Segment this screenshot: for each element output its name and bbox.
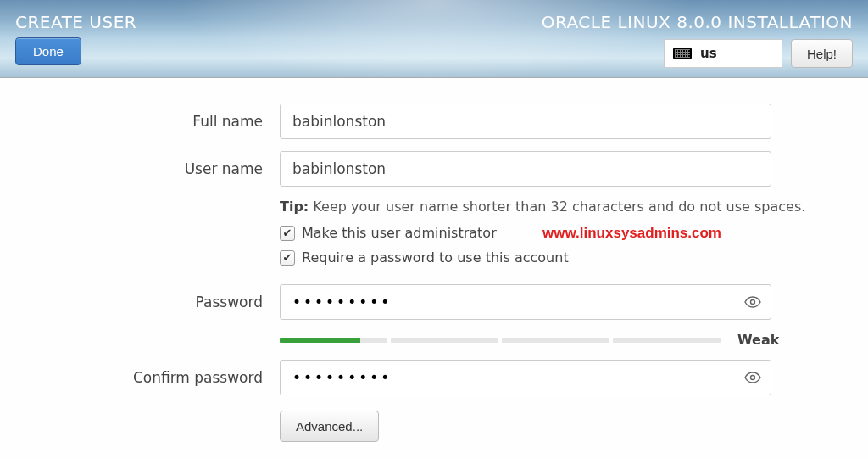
fullname-input[interactable] [280,104,771,139]
strength-seg-4 [613,338,721,343]
keyboard-layout-indicator[interactable]: us [664,39,782,68]
eye-icon [744,372,761,383]
fullname-label: Full name [51,113,263,130]
reqpw-checkbox-label: Require a password to use this account [302,249,569,266]
confirm-password-input[interactable] [280,360,771,395]
tip-row: Tip: Keep your user name shorter than 32… [51,199,817,215]
content-area: Full name User name Tip: Keep your user … [0,78,868,459]
watermark-text: www.linuxsysadmins.com [542,225,721,242]
fullname-field-wrap [280,104,771,139]
header-bar: CREATE USER Done ORACLE LINUX 8.0.0 INST… [0,0,868,78]
confirm-field-wrap [280,360,771,395]
password-label: Password [51,294,263,311]
done-button[interactable]: Done [15,37,81,65]
password-visibility-toggle[interactable] [743,292,763,312]
tip-spacer [51,199,263,215]
strength-seg-3 [502,338,609,343]
help-button[interactable]: Help! [791,39,853,68]
fullname-row: Full name [51,104,817,139]
header-left: CREATE USER Done [15,12,136,65]
keyboard-icon [673,48,692,59]
strength-seg-2 [391,338,498,343]
reqpw-checkbox-row: Require a password to use this account [51,249,817,266]
password-field-wrap [280,284,771,320]
username-label: User name [51,160,263,177]
svg-point-0 [751,300,755,305]
keyboard-layout-label: us [700,46,717,61]
confirm-label: Confirm password [51,369,263,386]
advanced-wrap: Advanced... [280,411,771,442]
install-title: ORACLE LINUX 8.0.0 INSTALLATION [542,12,853,32]
password-row: Password [51,284,817,320]
username-row: User name [51,151,817,187]
advanced-button[interactable]: Advanced... [280,411,379,442]
reqpw-checkbox[interactable] [280,250,295,266]
confirm-visibility-toggle[interactable] [743,367,763,388]
confirm-wrap [280,360,771,395]
admin-checkbox[interactable] [280,226,295,241]
username-input[interactable] [280,151,771,187]
password-wrap [280,284,771,320]
password-strength-row: Weak [51,332,817,348]
username-tip: Tip: Keep your user name shorter than 32… [280,199,805,215]
page-title: CREATE USER [15,12,136,32]
admin-checkbox-label: Make this user administrator [302,225,497,241]
eye-icon [744,296,761,308]
advanced-row: Advanced... [51,411,817,442]
svg-point-1 [751,376,755,380]
admin-checkbox-wrap[interactable]: Make this user administrator [280,225,497,241]
username-field-wrap [280,151,771,187]
confirm-row: Confirm password [51,360,817,395]
reqpw-checkbox-wrap[interactable]: Require a password to use this account [280,249,569,266]
header-right-row: us Help! [664,39,853,68]
tip-body: Keep your user name shorter than 32 char… [309,199,805,215]
header-right: ORACLE LINUX 8.0.0 INSTALLATION us Help! [542,12,853,68]
password-input[interactable] [280,284,771,320]
admin-checkbox-row: Make this user administrator www.linuxsy… [51,225,817,241]
password-strength-label: Weak [737,332,779,348]
password-strength-bar [280,338,721,343]
tip-prefix: Tip: [280,199,309,215]
strength-seg-1 [280,338,387,343]
